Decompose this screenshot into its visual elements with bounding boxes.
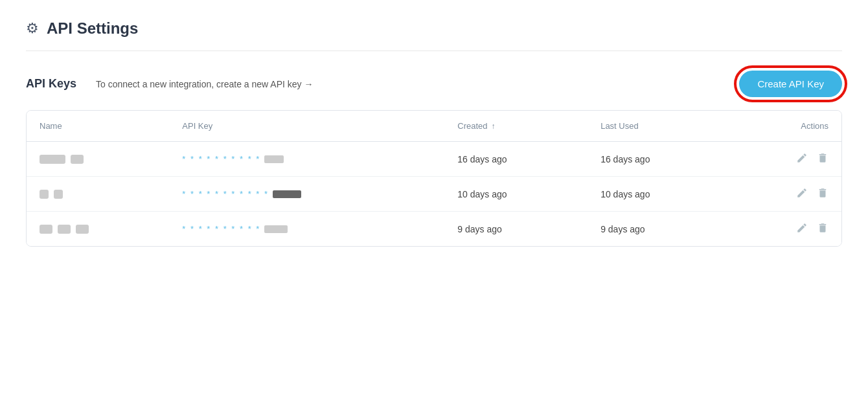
table-body: * * * * * * * * * *16 days ago16 days ag… (27, 142, 841, 247)
edit-icon[interactable] (796, 222, 808, 236)
col-header-last-used: Last Used (588, 111, 731, 142)
api-key-suffix (273, 190, 301, 198)
page-header: ⚙ API Settings (26, 19, 842, 51)
delete-icon[interactable] (817, 187, 828, 201)
api-key-cell: * * * * * * * * * * (169, 142, 444, 177)
api-key-suffix (264, 155, 284, 163)
name-block (40, 155, 65, 164)
api-key-stars: * * * * * * * * * * (182, 224, 260, 234)
name-block (40, 190, 49, 199)
api-key-stars: * * * * * * * * * * (182, 154, 260, 164)
last-used-cell: 9 days ago (588, 212, 731, 247)
api-keys-table-container: Name API Key Created ↑ Last Used Actions (26, 110, 842, 247)
name-cell (27, 177, 169, 212)
col-header-actions: Actions (731, 111, 841, 142)
actions-cell (731, 212, 841, 247)
api-key-cell: * * * * * * * * * * * (169, 177, 444, 212)
edit-icon[interactable] (796, 187, 808, 201)
page-title: API Settings (47, 19, 138, 38)
actions-cell (731, 142, 841, 177)
actions-cell (731, 177, 841, 212)
api-key-suffix (264, 225, 288, 233)
last-used-cell: 16 days ago (588, 142, 731, 177)
table-row: * * * * * * * * * * *10 days ago10 days … (27, 177, 841, 212)
table-row: * * * * * * * * * *16 days ago16 days ag… (27, 142, 841, 177)
api-key-cell: * * * * * * * * * * (169, 212, 444, 247)
section-description: To connect a new integration, create a n… (96, 79, 313, 89)
edit-icon[interactable] (796, 152, 808, 166)
col-header-api-key: API Key (169, 111, 444, 142)
col-header-created[interactable]: Created ↑ (444, 111, 588, 142)
name-block (54, 190, 63, 199)
section-header: API Keys To connect a new integration, c… (26, 71, 842, 97)
delete-icon[interactable] (817, 152, 828, 166)
table-header: Name API Key Created ↑ Last Used Actions (27, 111, 841, 142)
section-title: API Keys (26, 77, 76, 91)
api-key-stars: * * * * * * * * * * * (182, 189, 269, 199)
gear-icon: ⚙ (26, 20, 39, 37)
name-block (58, 225, 71, 234)
name-block (71, 155, 84, 164)
created-cell: 9 days ago (444, 212, 588, 247)
table-row: * * * * * * * * * *9 days ago9 days ago (27, 212, 841, 247)
created-cell: 16 days ago (444, 142, 588, 177)
create-api-key-button[interactable]: Create API Key (739, 71, 842, 97)
name-block (40, 225, 52, 234)
section-left: API Keys To connect a new integration, c… (26, 77, 313, 91)
name-cell (27, 142, 169, 177)
name-block (76, 225, 89, 234)
api-keys-table: Name API Key Created ↑ Last Used Actions (27, 111, 841, 246)
last-used-cell: 10 days ago (588, 177, 731, 212)
delete-icon[interactable] (817, 222, 828, 236)
name-cell (27, 212, 169, 247)
created-cell: 10 days ago (444, 177, 588, 212)
sort-arrow-icon: ↑ (492, 122, 496, 131)
col-header-name: Name (27, 111, 169, 142)
